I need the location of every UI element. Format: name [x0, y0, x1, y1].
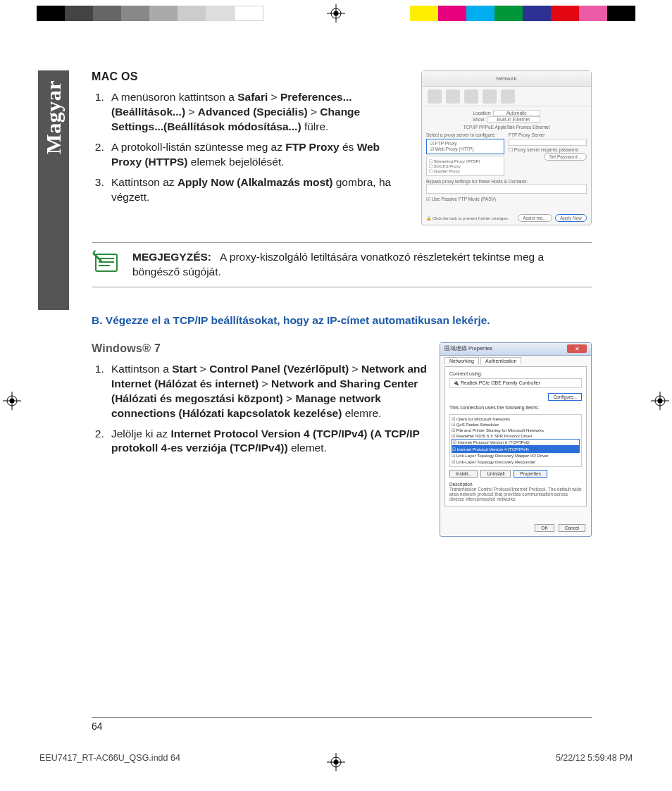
footer-date: 5/22/12 5:59:48 PM: [556, 753, 633, 763]
win-shot-properties-button: Properties: [514, 470, 547, 478]
win-shot-title: 區域連線 Properties: [444, 345, 492, 352]
mac-shot-proxy-highlight: ☑ FTP Proxy ☑ Web Proxy (HTTP): [426, 139, 504, 154]
section-b-heading: B. Végezze el a TCP/IP beállításokat, ho…: [92, 314, 592, 327]
windows-step-1: Kattintson a Start > Control Panel (Vezé…: [107, 362, 430, 421]
mac-shot-assist-button: Assist me…: [518, 214, 552, 222]
windows-step-2: Jelölje ki az Internet Protocol Version …: [107, 427, 430, 456]
language-tab: Magyar: [38, 70, 69, 310]
mac-step-2: A protokoll-listán szüntesse meg az FTP …: [107, 140, 411, 170]
mac-shot-tabs: TCP/IP PPPoE AppleTalk Proxies Ethernet: [426, 125, 587, 130]
footer-file: EEU7417_RT-AC66U_QSG.indd 64: [39, 753, 180, 763]
note-label: MEGJEGYZÉS:: [132, 251, 211, 263]
win-shot-cancel-button: Cancel: [559, 524, 585, 532]
mac-heading: MAC OS: [92, 70, 411, 83]
windows-section: Windows® 7 Kattintson a Start > Control …: [92, 342, 592, 537]
content-area: MAC OS A menüsoron kattintson a Safari >…: [92, 70, 592, 537]
win-shot-ok-button: OK: [535, 524, 554, 532]
mac-steps: A menüsoron kattintson a Safari > Prefer…: [92, 90, 411, 204]
windows-properties-screenshot: 區域連線 Properties✕ NetworkingAuthenticatio…: [440, 342, 592, 537]
mac-shot-title: Network: [422, 71, 591, 87]
registration-mark-icon: [3, 392, 21, 410]
registration-mark-icon: [327, 4, 345, 23]
note-box: MEGJEGYZÉS: A proxy-kiszolgáló letiltásá…: [92, 242, 592, 287]
close-icon: ✕: [567, 344, 587, 353]
windows-heading: Windows® 7: [92, 342, 430, 355]
page-number: 64: [92, 717, 592, 732]
mac-step-1: A menüsoron kattintson a Safari > Prefer…: [107, 90, 411, 135]
mac-step-3: Kattintson az Apply Now (Alkalmazás most…: [107, 175, 411, 205]
windows-steps: Kattintson a Start > Control Panel (Vezé…: [92, 362, 430, 456]
page: Magyar MAC OS A menüsoron kattintson a S…: [0, 0, 672, 791]
language-tab-label: Magyar: [42, 80, 66, 154]
win-shot-configure-button: Configure...: [548, 393, 582, 401]
mac-shot-apply-button: Apply Now: [555, 214, 587, 222]
registration-mark-icon: [651, 392, 669, 410]
note-icon: [92, 250, 120, 274]
mac-shot-toolbar: [422, 87, 591, 106]
print-footer: EEU7417_RT-AC66U_QSG.indd 64 5/22/12 5:5…: [39, 753, 633, 763]
mac-network-screenshot: Network Location: Automatic Show: Built-…: [421, 70, 592, 225]
mac-section: MAC OS A menüsoron kattintson a Safari >…: [92, 70, 592, 225]
